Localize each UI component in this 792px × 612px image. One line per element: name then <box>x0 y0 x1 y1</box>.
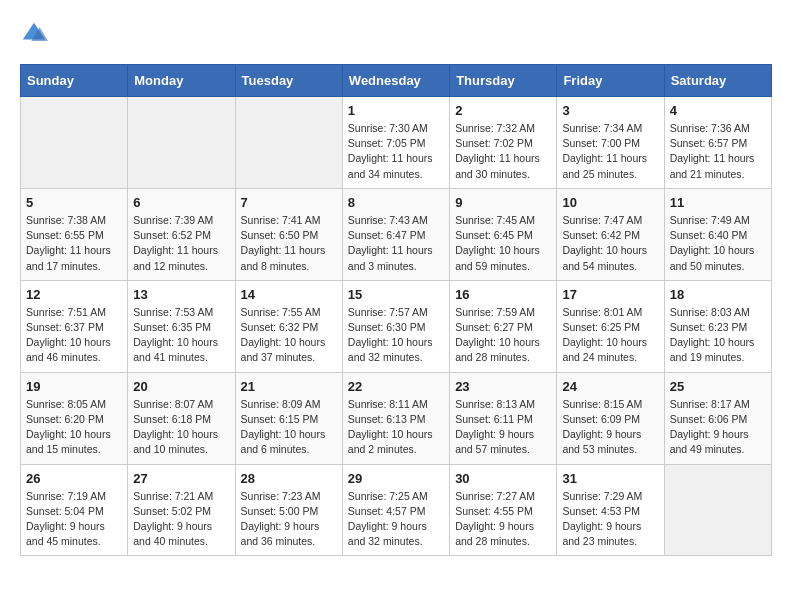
calendar-cell: 2Sunrise: 7:32 AM Sunset: 7:02 PM Daylig… <box>450 97 557 189</box>
week-row-5: 26Sunrise: 7:19 AM Sunset: 5:04 PM Dayli… <box>21 464 772 556</box>
day-info: Sunrise: 7:43 AM Sunset: 6:47 PM Dayligh… <box>348 213 444 274</box>
day-number: 12 <box>26 287 122 302</box>
calendar-cell: 4Sunrise: 7:36 AM Sunset: 6:57 PM Daylig… <box>664 97 771 189</box>
day-number: 1 <box>348 103 444 118</box>
day-number: 21 <box>241 379 337 394</box>
day-info: Sunrise: 7:34 AM Sunset: 7:00 PM Dayligh… <box>562 121 658 182</box>
day-number: 14 <box>241 287 337 302</box>
day-info: Sunrise: 7:30 AM Sunset: 7:05 PM Dayligh… <box>348 121 444 182</box>
day-info: Sunrise: 7:51 AM Sunset: 6:37 PM Dayligh… <box>26 305 122 366</box>
day-number: 22 <box>348 379 444 394</box>
day-info: Sunrise: 8:09 AM Sunset: 6:15 PM Dayligh… <box>241 397 337 458</box>
day-number: 8 <box>348 195 444 210</box>
weekday-header-thursday: Thursday <box>450 65 557 97</box>
calendar-cell: 16Sunrise: 7:59 AM Sunset: 6:27 PM Dayli… <box>450 280 557 372</box>
week-row-3: 12Sunrise: 7:51 AM Sunset: 6:37 PM Dayli… <box>21 280 772 372</box>
day-number: 28 <box>241 471 337 486</box>
day-info: Sunrise: 8:03 AM Sunset: 6:23 PM Dayligh… <box>670 305 766 366</box>
calendar-cell: 24Sunrise: 8:15 AM Sunset: 6:09 PM Dayli… <box>557 372 664 464</box>
weekday-header-tuesday: Tuesday <box>235 65 342 97</box>
day-info: Sunrise: 7:49 AM Sunset: 6:40 PM Dayligh… <box>670 213 766 274</box>
day-info: Sunrise: 7:19 AM Sunset: 5:04 PM Dayligh… <box>26 489 122 550</box>
calendar-table: SundayMondayTuesdayWednesdayThursdayFrid… <box>20 64 772 556</box>
day-number: 13 <box>133 287 229 302</box>
day-info: Sunrise: 7:25 AM Sunset: 4:57 PM Dayligh… <box>348 489 444 550</box>
day-info: Sunrise: 7:55 AM Sunset: 6:32 PM Dayligh… <box>241 305 337 366</box>
day-number: 11 <box>670 195 766 210</box>
day-info: Sunrise: 8:15 AM Sunset: 6:09 PM Dayligh… <box>562 397 658 458</box>
day-info: Sunrise: 7:47 AM Sunset: 6:42 PM Dayligh… <box>562 213 658 274</box>
calendar-cell: 18Sunrise: 8:03 AM Sunset: 6:23 PM Dayli… <box>664 280 771 372</box>
day-info: Sunrise: 7:23 AM Sunset: 5:00 PM Dayligh… <box>241 489 337 550</box>
day-number: 30 <box>455 471 551 486</box>
week-row-2: 5Sunrise: 7:38 AM Sunset: 6:55 PM Daylig… <box>21 188 772 280</box>
calendar-cell: 21Sunrise: 8:09 AM Sunset: 6:15 PM Dayli… <box>235 372 342 464</box>
calendar-cell: 28Sunrise: 7:23 AM Sunset: 5:00 PM Dayli… <box>235 464 342 556</box>
day-number: 18 <box>670 287 766 302</box>
day-info: Sunrise: 8:01 AM Sunset: 6:25 PM Dayligh… <box>562 305 658 366</box>
calendar-cell: 3Sunrise: 7:34 AM Sunset: 7:00 PM Daylig… <box>557 97 664 189</box>
day-number: 15 <box>348 287 444 302</box>
day-number: 9 <box>455 195 551 210</box>
day-info: Sunrise: 7:38 AM Sunset: 6:55 PM Dayligh… <box>26 213 122 274</box>
calendar-cell: 29Sunrise: 7:25 AM Sunset: 4:57 PM Dayli… <box>342 464 449 556</box>
calendar-cell: 9Sunrise: 7:45 AM Sunset: 6:45 PM Daylig… <box>450 188 557 280</box>
day-info: Sunrise: 7:32 AM Sunset: 7:02 PM Dayligh… <box>455 121 551 182</box>
day-number: 29 <box>348 471 444 486</box>
calendar-cell <box>21 97 128 189</box>
day-number: 19 <box>26 379 122 394</box>
day-number: 10 <box>562 195 658 210</box>
calendar-cell: 11Sunrise: 7:49 AM Sunset: 6:40 PM Dayli… <box>664 188 771 280</box>
weekday-header-saturday: Saturday <box>664 65 771 97</box>
calendar-cell <box>128 97 235 189</box>
calendar-cell: 13Sunrise: 7:53 AM Sunset: 6:35 PM Dayli… <box>128 280 235 372</box>
calendar-cell: 26Sunrise: 7:19 AM Sunset: 5:04 PM Dayli… <box>21 464 128 556</box>
day-info: Sunrise: 8:11 AM Sunset: 6:13 PM Dayligh… <box>348 397 444 458</box>
day-info: Sunrise: 8:17 AM Sunset: 6:06 PM Dayligh… <box>670 397 766 458</box>
day-info: Sunrise: 7:27 AM Sunset: 4:55 PM Dayligh… <box>455 489 551 550</box>
calendar-cell: 8Sunrise: 7:43 AM Sunset: 6:47 PM Daylig… <box>342 188 449 280</box>
calendar-cell: 7Sunrise: 7:41 AM Sunset: 6:50 PM Daylig… <box>235 188 342 280</box>
calendar-cell: 5Sunrise: 7:38 AM Sunset: 6:55 PM Daylig… <box>21 188 128 280</box>
logo <box>20 20 52 48</box>
day-info: Sunrise: 8:07 AM Sunset: 6:18 PM Dayligh… <box>133 397 229 458</box>
day-number: 3 <box>562 103 658 118</box>
day-number: 26 <box>26 471 122 486</box>
week-row-4: 19Sunrise: 8:05 AM Sunset: 6:20 PM Dayli… <box>21 372 772 464</box>
weekday-header-friday: Friday <box>557 65 664 97</box>
day-number: 27 <box>133 471 229 486</box>
weekday-header-monday: Monday <box>128 65 235 97</box>
weekday-header-sunday: Sunday <box>21 65 128 97</box>
calendar-cell: 15Sunrise: 7:57 AM Sunset: 6:30 PM Dayli… <box>342 280 449 372</box>
day-number: 7 <box>241 195 337 210</box>
day-info: Sunrise: 8:13 AM Sunset: 6:11 PM Dayligh… <box>455 397 551 458</box>
weekday-header-wednesday: Wednesday <box>342 65 449 97</box>
calendar-cell: 22Sunrise: 8:11 AM Sunset: 6:13 PM Dayli… <box>342 372 449 464</box>
calendar-cell: 23Sunrise: 8:13 AM Sunset: 6:11 PM Dayli… <box>450 372 557 464</box>
day-info: Sunrise: 7:39 AM Sunset: 6:52 PM Dayligh… <box>133 213 229 274</box>
day-info: Sunrise: 7:41 AM Sunset: 6:50 PM Dayligh… <box>241 213 337 274</box>
page-header <box>20 20 772 48</box>
day-number: 25 <box>670 379 766 394</box>
calendar-cell: 14Sunrise: 7:55 AM Sunset: 6:32 PM Dayli… <box>235 280 342 372</box>
calendar-cell: 10Sunrise: 7:47 AM Sunset: 6:42 PM Dayli… <box>557 188 664 280</box>
day-number: 20 <box>133 379 229 394</box>
day-number: 2 <box>455 103 551 118</box>
calendar-cell: 30Sunrise: 7:27 AM Sunset: 4:55 PM Dayli… <box>450 464 557 556</box>
calendar-cell: 20Sunrise: 8:07 AM Sunset: 6:18 PM Dayli… <box>128 372 235 464</box>
calendar-cell: 12Sunrise: 7:51 AM Sunset: 6:37 PM Dayli… <box>21 280 128 372</box>
week-row-1: 1Sunrise: 7:30 AM Sunset: 7:05 PM Daylig… <box>21 97 772 189</box>
calendar-cell: 27Sunrise: 7:21 AM Sunset: 5:02 PM Dayli… <box>128 464 235 556</box>
day-number: 6 <box>133 195 229 210</box>
day-info: Sunrise: 7:29 AM Sunset: 4:53 PM Dayligh… <box>562 489 658 550</box>
calendar-cell: 17Sunrise: 8:01 AM Sunset: 6:25 PM Dayli… <box>557 280 664 372</box>
day-info: Sunrise: 7:57 AM Sunset: 6:30 PM Dayligh… <box>348 305 444 366</box>
weekday-header-row: SundayMondayTuesdayWednesdayThursdayFrid… <box>21 65 772 97</box>
calendar-cell: 6Sunrise: 7:39 AM Sunset: 6:52 PM Daylig… <box>128 188 235 280</box>
day-number: 24 <box>562 379 658 394</box>
day-number: 5 <box>26 195 122 210</box>
day-number: 31 <box>562 471 658 486</box>
day-number: 16 <box>455 287 551 302</box>
day-number: 17 <box>562 287 658 302</box>
day-info: Sunrise: 7:45 AM Sunset: 6:45 PM Dayligh… <box>455 213 551 274</box>
